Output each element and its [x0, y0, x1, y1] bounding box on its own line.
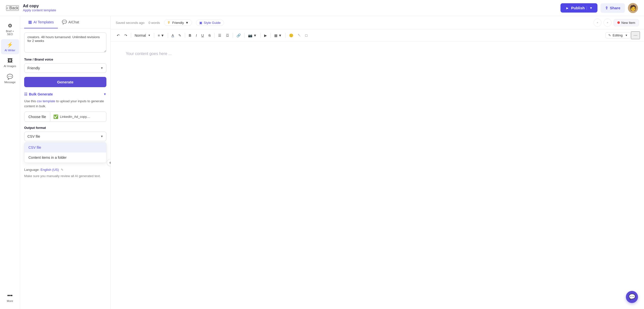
csv-template-link[interactable]: csv template: [37, 99, 55, 103]
bullet-list-button[interactable]: ☰: [216, 32, 223, 38]
word-count: 0 words: [148, 21, 160, 25]
main-layout: ⚙ Brief + SEO ⚡ AI Writer 🖼 AI Images 💬 …: [0, 16, 644, 309]
editor-actions: ⚬ ⚬ New Item: [593, 19, 639, 27]
back-button[interactable]: ‹ Back: [6, 5, 19, 11]
underline-button[interactable]: U: [199, 32, 206, 38]
undo-button[interactable]: ↶: [115, 32, 122, 38]
redo-button[interactable]: ↷: [122, 32, 129, 38]
ordered-list-button[interactable]: ☲: [224, 32, 231, 38]
toolbar-separator-3: [168, 33, 168, 38]
link-button[interactable]: 🔗: [234, 32, 243, 38]
editing-chevron-icon: ▼: [625, 34, 628, 37]
generate-button[interactable]: Generate: [24, 77, 106, 87]
sidebar-item-ai-images[interactable]: 🖼 AI Images: [1, 55, 19, 70]
sidebar-label-brief-seo: Brief + SEO: [3, 30, 17, 36]
bulk-generate-header[interactable]: ☷ Bulk Generate ▼: [24, 92, 106, 96]
image-button[interactable]: 📷 ▼: [246, 32, 259, 38]
emoji-button[interactable]: 🙂: [287, 32, 295, 38]
tone-select[interactable]: Friendly Professional Casual Formal: [24, 63, 106, 73]
bold-button[interactable]: B: [187, 32, 193, 38]
tone-badge[interactable]: 🎙 Friendly ▼: [164, 19, 192, 26]
toolbar-separator-10: [285, 33, 286, 38]
sidebar-item-message[interactable]: 💬 Message: [1, 71, 19, 86]
sidebar-item-ai-writer[interactable]: ⚡ AI Writer: [1, 39, 19, 54]
style-guide-button[interactable]: ▣ Style Guide: [196, 20, 224, 26]
templates-icon: ▦: [28, 20, 32, 24]
comment-button[interactable]: □: [303, 32, 309, 38]
tone-select-wrapper: Friendly Professional Casual Formal ▼: [24, 63, 106, 73]
style-guide-icon: ▣: [199, 21, 202, 25]
clock-icon: ⚬: [606, 21, 609, 24]
bulk-generate-section: ☷ Bulk Generate ▼ Use this csv template …: [24, 92, 106, 179]
more-options-button[interactable]: ⋯: [631, 31, 640, 39]
text-style-select[interactable]: Normal ▼: [133, 32, 152, 38]
highlight-button[interactable]: ✎: [176, 32, 183, 38]
output-format-select[interactable]: CSV file Content items in a folder: [24, 132, 106, 141]
toolbar-separator-9: [270, 33, 271, 38]
tone-badge-chevron-icon: ▼: [185, 21, 189, 25]
top-header: ‹ Back Ad copy Apply content template ► …: [0, 0, 644, 16]
toolbar-separator-7: [244, 33, 245, 38]
output-format-label: Output format: [24, 126, 106, 130]
left-panel: ▦ AI Templates 💬 AIChat creators. 48 hou…: [20, 16, 111, 309]
new-item-button[interactable]: New Item: [614, 19, 639, 26]
output-select-wrapper: CSV file Content items in a folder ▼: [24, 132, 106, 141]
italic-button[interactable]: I: [194, 32, 199, 38]
align-button[interactable]: ≡ ▼: [156, 32, 166, 38]
sidebar-item-brief-seo[interactable]: ⚙ Brief + SEO: [1, 20, 19, 38]
tab-aichat[interactable]: 💬 AIChat: [58, 16, 83, 28]
chat-fab-icon: 💬: [629, 294, 635, 300]
sidebar-label-more: More: [7, 299, 13, 302]
avatar[interactable]: 🧑: [628, 3, 638, 13]
avatar-image: 🧑: [630, 5, 636, 11]
tab-aichat-label: AIChat: [68, 20, 79, 24]
share-button[interactable]: ⇧ Share: [600, 3, 625, 13]
sidebar-item-more[interactable]: ••• More: [1, 290, 19, 305]
page-title: Ad copy: [23, 4, 56, 8]
tab-ai-templates[interactable]: ▦ AI Templates: [24, 16, 58, 28]
file-upload-row: Choose file ✅ LinkedIn_Ad_copy....: [24, 112, 106, 122]
text-style-chevron-icon: ▼: [148, 34, 150, 37]
tone-label: Tone / Brand voice: [24, 58, 106, 61]
file-check-icon: ✅: [53, 114, 58, 119]
editing-label: Editing: [613, 33, 623, 37]
language-link[interactable]: English (US): [41, 168, 59, 172]
tab-ai-templates-label: AI Templates: [33, 20, 54, 24]
panel-tabs: ▦ AI Templates 💬 AIChat: [20, 16, 110, 28]
dropdown-item-csv[interactable]: CSV file: [24, 142, 106, 152]
back-label: Back: [9, 6, 18, 10]
publish-button[interactable]: ► Publish ▼: [560, 3, 597, 13]
editing-mode-badge[interactable]: ✎ Editing ▼: [606, 32, 630, 38]
panel-body: creators. 48 hours turnaround. Unlimited…: [20, 28, 110, 183]
apply-template-link[interactable]: Apply content template: [23, 8, 56, 12]
chat-icon: 💬: [62, 20, 67, 24]
text-color-button[interactable]: A: [170, 32, 176, 38]
toolbar-separator-1: [131, 33, 131, 38]
new-item-dot: [617, 21, 620, 24]
strikethrough-button[interactable]: S: [206, 32, 213, 38]
editor-topbar: Saved seconds ago 0 words 🎙 Friendly ▼ ▣…: [111, 16, 644, 29]
language-prefix: Language:: [24, 168, 39, 172]
editor-content[interactable]: Your content goes here ...: [111, 41, 644, 309]
message-icon: 💬: [7, 74, 13, 80]
header-title-group: Ad copy Apply content template: [23, 4, 56, 12]
toolbar-separator-8: [260, 33, 261, 38]
file-name-display: ✅ LinkedIn_Ad_copy....: [50, 112, 106, 122]
play-button[interactable]: ▶: [262, 32, 269, 38]
content-textarea[interactable]: creators. 48 hours turnaround. Unlimited…: [24, 32, 106, 53]
history-icon-1[interactable]: ⚬: [593, 19, 601, 27]
table-button[interactable]: ▦ ▼: [272, 32, 284, 38]
share-icon: ⇧: [605, 6, 608, 10]
dropdown-item-folder[interactable]: Content items in a folder: [24, 152, 106, 163]
chat-fab-button[interactable]: 💬: [626, 291, 638, 303]
sidebar-label-message: Message: [4, 81, 16, 84]
clear-format-button[interactable]: ␡: [296, 32, 303, 38]
choose-file-button[interactable]: Choose file: [24, 112, 50, 121]
publish-dropdown-icon: ▼: [587, 6, 592, 10]
language-edit-icon[interactable]: ✎: [61, 168, 63, 172]
person-circle-icon: ⚬: [596, 21, 599, 24]
editor-toolbar: ↶ ↷ Normal ▼ ≡ ▼ A ✎ B I U S ☰ ☲ 🔗 📷 ▼: [111, 29, 644, 41]
history-icon-2[interactable]: ⚬: [603, 19, 612, 27]
copy-icon: ☷: [24, 92, 27, 96]
bulk-title-label: Bulk Generate: [29, 92, 53, 96]
